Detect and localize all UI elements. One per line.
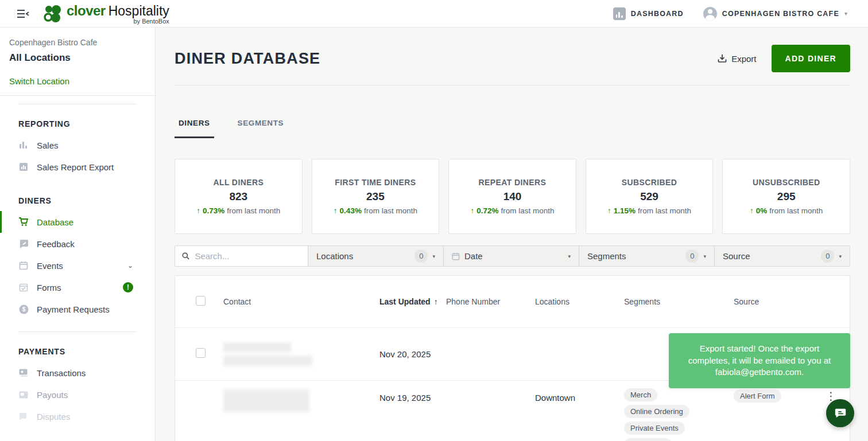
search-input[interactable] — [195, 251, 301, 261]
table-row[interactable]: Nov 19, 2025 Downtown Merch Online Order… — [175, 381, 850, 441]
stat-value: 235 — [366, 190, 385, 203]
sidebar-item-events[interactable]: Events ⌄ — [0, 255, 155, 276]
top-header: clover Hospitality by BentoBox DASHBOARD… — [0, 0, 868, 28]
clover-hospitality-logo[interactable]: clover Hospitality by BentoBox — [42, 3, 169, 25]
chat-launcher-button[interactable] — [826, 399, 854, 427]
column-header-locations[interactable]: Locations — [535, 297, 624, 306]
segment-tag: Merch — [624, 388, 657, 401]
sidebar-item-database[interactable]: Database — [0, 211, 155, 233]
export-button[interactable]: Export — [718, 54, 756, 64]
main-content: DINER DATABASE Export ADD DINER DINERS S… — [156, 28, 868, 441]
sidebar-item-label: Sales Report Export — [37, 162, 114, 172]
locations-filter-label: Locations — [316, 251, 410, 261]
stat-change-pct: 0% — [756, 206, 768, 215]
header-divider — [175, 85, 850, 85]
sidebar-item-payouts[interactable]: Payouts — [0, 384, 155, 405]
stat-change-pct: 0.43% — [340, 206, 362, 215]
column-header-last-updated[interactable]: Last Updated ↑ — [379, 297, 446, 306]
date-filter[interactable]: Date ▾ — [444, 246, 579, 266]
sidebar-item-disputes[interactable]: Disputes — [0, 405, 155, 427]
stat-change-suffix: from last month — [501, 206, 554, 215]
export-label: Export — [731, 54, 756, 64]
stat-change-suffix: from last month — [227, 206, 280, 215]
dispute-card-icon — [18, 411, 29, 422]
column-header-contact[interactable]: Contact — [223, 297, 379, 306]
up-arrow-icon: ↑ — [334, 206, 338, 215]
stat-change-pct: 1.15% — [614, 206, 636, 215]
search-icon — [182, 252, 189, 260]
cart-icon — [18, 217, 29, 227]
sidebar-item-forms[interactable]: Forms ! — [0, 276, 155, 298]
sidebar-item-label: Disputes — [37, 412, 70, 422]
segment-tag: Private Events — [624, 422, 685, 435]
chat-bubble-icon — [834, 407, 847, 420]
stat-change-pct: 0.73% — [203, 206, 224, 215]
sidebar-item-sales[interactable]: Sales — [0, 134, 155, 156]
sidebar-item-payment-requests[interactable]: $ Payment Requests — [0, 298, 155, 320]
select-all-checkbox[interactable] — [196, 296, 206, 306]
tab-segments[interactable]: SEGMENTS — [234, 114, 288, 138]
column-header-source[interactable]: Source — [734, 297, 821, 306]
switch-location-link[interactable]: Switch Location — [9, 76, 146, 86]
source-tag: Alert Form — [734, 389, 781, 403]
sidebar-item-label: Database — [37, 217, 73, 227]
stat-change-suffix: from last month — [364, 206, 417, 215]
source-filter-label: Source — [723, 251, 816, 261]
stat-label: REPEAT DINERS — [479, 178, 547, 187]
source-cell: Alert Form — [734, 388, 821, 406]
sidebar-item-label: Forms — [37, 283, 61, 292]
segments-filter[interactable]: Segments 0 ▾ — [579, 246, 715, 266]
locations-cell: Downtown — [535, 388, 624, 403]
stat-change-suffix: from last month — [638, 206, 691, 215]
search-box[interactable] — [175, 246, 308, 266]
logo-product-text: Hospitality — [108, 3, 169, 19]
sidebar-item-label: Events — [37, 261, 63, 271]
stat-card-all-diners: ALL DINERS 823 ↑0.73%from last month — [175, 159, 303, 234]
up-arrow-icon: ↑ — [470, 206, 474, 215]
source-filter-count: 0 — [821, 249, 834, 263]
date-filter-label: Date — [464, 251, 563, 261]
sidebar-item-transactions[interactable]: Transactions — [0, 362, 155, 384]
up-arrow-icon: ↑ — [196, 206, 200, 215]
dashboard-link[interactable]: DASHBOARD — [613, 7, 684, 20]
account-menu[interactable]: COPENHAGEN BISTRO CAFE ▾ — [703, 7, 847, 21]
section-reporting: REPORTING Sales Sales Report Export — [0, 104, 155, 181]
last-updated-cell: Nov 19, 2025 — [379, 388, 446, 403]
sidebar-item-feedback[interactable]: Feedback — [0, 233, 155, 255]
add-diner-button[interactable]: ADD DINER — [772, 45, 850, 72]
calendar-icon — [18, 260, 29, 271]
tab-diners[interactable]: DINERS — [175, 114, 214, 138]
section-payments: PAYMENTS Transactions Payouts Disputes — [0, 332, 155, 431]
locations-filter[interactable]: Locations 0 ▾ — [308, 246, 444, 266]
page-title: DINER DATABASE — [175, 50, 320, 68]
stat-card-first-time-diners: FIRST TIME DINERS 235 ↑0.43%from last mo… — [312, 159, 440, 234]
dashboard-label: DASHBOARD — [631, 10, 684, 18]
stat-card-repeat-diners: REPEAT DINERS 140 ↑0.72%from last month — [448, 159, 576, 234]
chevron-down-icon: ⌄ — [127, 262, 133, 270]
source-filter[interactable]: Source 0 ▾ — [715, 246, 850, 266]
column-header-phone-number[interactable]: Phone Number — [446, 297, 535, 306]
calendar-icon — [452, 252, 460, 260]
card-icon — [18, 368, 29, 378]
up-arrow-icon: ↑ — [750, 206, 754, 215]
feedback-icon — [18, 239, 29, 249]
forms-alert-badge: ! — [123, 282, 133, 292]
location-name: Copenhagen Bistro Cafe — [9, 38, 146, 47]
stat-label: FIRST TIME DINERS — [335, 178, 416, 187]
sidebar: Copenhagen Bistro Cafe All Locations Swi… — [0, 28, 156, 441]
last-updated-cell: Nov 20, 2025 — [379, 349, 446, 359]
report-export-icon — [18, 162, 29, 172]
section-title-diners: DINERS — [0, 181, 155, 211]
row-checkbox[interactable] — [196, 348, 206, 358]
stats-row: ALL DINERS 823 ↑0.73%from last month FIR… — [175, 159, 850, 234]
sidebar-collapse-icon[interactable] — [17, 9, 29, 18]
stat-label: SUBSCRIBED — [622, 178, 677, 187]
stat-change-pct: 0.72% — [476, 206, 498, 215]
avatar-icon — [703, 7, 717, 21]
sidebar-item-sales-report-export[interactable]: Sales Report Export — [0, 156, 155, 178]
column-header-segments[interactable]: Segments — [624, 297, 734, 306]
location-scope: All Locations — [9, 52, 146, 64]
clover-icon — [42, 3, 63, 24]
stat-value: 295 — [777, 190, 796, 203]
sidebar-item-label: Sales — [37, 141, 59, 150]
